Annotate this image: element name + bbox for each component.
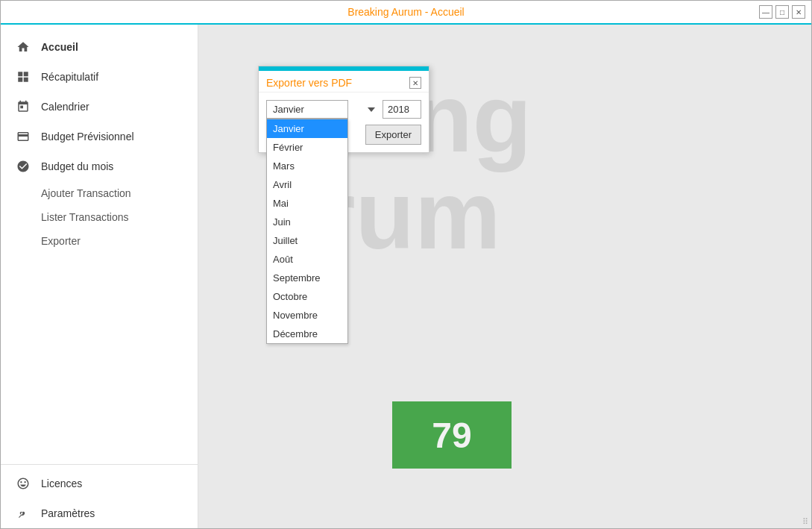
sidebar-item-ajouter-transaction[interactable]: Ajouter Transaction [1, 181, 198, 205]
sidebar-item-budget-mois-label: Budget du mois [41, 160, 113, 172]
minimize-button[interactable]: — [759, 5, 772, 19]
window-title: Breaking Aurum - Accueil [347, 6, 464, 18]
month-option-avril[interactable]: Avril [267, 175, 347, 194]
month-option-mai[interactable]: Mai [267, 194, 347, 213]
export-modal: Exporter vers PDF ✕ Janvier [258, 66, 429, 153]
resize-handle[interactable]: ⠿ [802, 517, 808, 527]
smile-icon [16, 476, 31, 491]
month-option-novembre[interactable]: Novembre [267, 306, 347, 325]
main-window: Breaking Aurum - Accueil — □ ✕ Accueil [0, 0, 812, 529]
month-option-juin[interactable]: Juin [267, 213, 347, 231]
modal-title: Exporter vers PDF [266, 77, 352, 89]
wrench-icon [16, 506, 31, 521]
sidebar-item-licences[interactable]: Licences [1, 469, 198, 498]
sidebar-item-licences-label: Licences [41, 478, 82, 489]
month-option-aout[interactable]: Août [267, 250, 347, 269]
sidebar-item-calendrier-label: Calendrier [41, 101, 89, 113]
sidebar-item-lister-transactions-label: Lister Transactions [41, 211, 129, 223]
sidebar-item-lister-transactions[interactable]: Lister Transactions [1, 205, 198, 229]
month-select[interactable]: Janvier [266, 100, 348, 119]
main-content: king rum 79 Exporter vers PDF ✕ [198, 25, 811, 528]
month-option-septembre[interactable]: Septembre [267, 269, 347, 287]
sidebar-item-exporter-label: Exporter [41, 235, 81, 247]
sidebar-item-accueil-label: Accueil [41, 41, 78, 53]
sidebar-item-budget-mois[interactable]: Budget du mois [1, 151, 198, 181]
sidebar: Accueil Récapitulatif Calendrier [1, 25, 198, 528]
sidebar-item-exporter[interactable]: Exporter [1, 229, 198, 253]
modal-body: Janvier Janvier Février Mars Avril Mai [259, 93, 429, 152]
sidebar-item-calendrier[interactable]: Calendrier [1, 92, 198, 122]
sidebar-item-recapitulatif-label: Récapitulatif [41, 71, 98, 83]
sidebar-item-parametres-label: Paramètres [41, 507, 95, 519]
close-button[interactable]: ✕ [792, 5, 805, 19]
sidebar-item-recapitulatif[interactable]: Récapitulatif [1, 62, 198, 92]
credit-card-icon [16, 129, 31, 144]
month-dropdown-list: Janvier Février Mars Avril Mai Juin Juil… [266, 119, 348, 344]
calendar-icon [16, 99, 31, 114]
modal-title-bar: Exporter vers PDF ✕ [259, 71, 429, 93]
year-input[interactable] [383, 100, 421, 119]
window-controls: — □ ✕ [759, 5, 805, 19]
sidebar-item-budget-previsionnel-label: Budget Prévisionnel [41, 131, 134, 143]
sidebar-item-budget-previsionnel[interactable]: Budget Prévisionnel [1, 122, 198, 151]
content-area: Accueil Récapitulatif Calendrier [1, 25, 811, 528]
dropdown-arrow-icon [368, 107, 375, 112]
month-option-mars[interactable]: Mars [267, 157, 347, 175]
month-option-juillet[interactable]: Juillet [267, 231, 347, 250]
sidebar-item-ajouter-transaction-label: Ajouter Transaction [41, 187, 131, 199]
sidebar-item-parametres[interactable]: Paramètres [1, 498, 198, 528]
export-button[interactable]: Exporter [365, 125, 421, 145]
modal-inputs-row: Janvier Janvier Février Mars Avril Mai [266, 100, 421, 119]
maximize-button[interactable]: □ [775, 5, 789, 19]
home-icon [16, 40, 31, 54]
modal-overlay: Exporter vers PDF ✕ Janvier [198, 25, 811, 528]
sidebar-item-accueil[interactable]: Accueil [1, 32, 198, 62]
modal-close-button[interactable]: ✕ [409, 77, 421, 89]
month-select-wrapper: Janvier Janvier Février Mars Avril Mai [266, 100, 378, 119]
month-option-fevrier[interactable]: Février [267, 138, 347, 157]
sidebar-bottom: Licences Paramètres [1, 464, 198, 528]
month-option-octobre[interactable]: Octobre [267, 287, 347, 306]
title-bar: Breaking Aurum - Accueil — □ ✕ [1, 1, 811, 25]
month-selected-label: Janvier [273, 104, 304, 115]
grid-icon [16, 69, 31, 84]
month-option-decembre[interactable]: Décembre [267, 325, 347, 343]
month-option-janvier[interactable]: Janvier [267, 119, 347, 138]
check-circle-icon [16, 159, 31, 174]
